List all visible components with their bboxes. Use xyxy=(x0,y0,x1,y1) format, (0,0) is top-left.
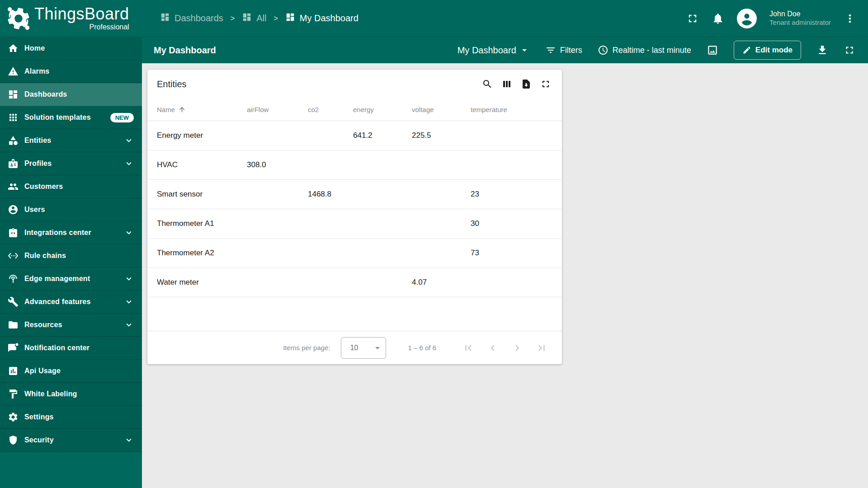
column-label: energy xyxy=(353,106,374,113)
sidebar-item-settings[interactable]: Settings xyxy=(0,406,142,429)
table-row-thermometer-a1[interactable]: Thermometer A130 xyxy=(147,209,562,239)
table-row-hvac[interactable]: HVAC308.0 xyxy=(147,150,562,180)
cell-voltage: 4.07 xyxy=(412,278,471,287)
sidebar-item-alarms[interactable]: Alarms xyxy=(0,60,142,83)
sidebar-item-solution-templates[interactable]: Solution templatesNEW xyxy=(0,106,142,129)
app-logo[interactable]: ThingsBoard Professional xyxy=(0,0,142,37)
fullscreen-icon[interactable] xyxy=(686,12,699,25)
breadcrumb-separator: > xyxy=(231,14,235,23)
table-row-thermometer-a2[interactable]: Thermometer A273 xyxy=(147,239,562,268)
warning-icon xyxy=(8,66,19,77)
cell-name: HVAC xyxy=(157,160,247,169)
sidebar-item-notification-center[interactable]: Notification center xyxy=(0,337,142,360)
sidebar-item-label: Customers xyxy=(24,183,63,191)
paint-icon xyxy=(8,389,19,399)
download-icon[interactable] xyxy=(816,44,828,56)
edit-mode-label: Edit mode xyxy=(755,46,793,55)
sidebar-item-entities[interactable]: Entities xyxy=(0,129,142,152)
cell-name: Thermometer A2 xyxy=(157,249,247,258)
sidebar-item-home[interactable]: Home xyxy=(0,37,142,60)
column-header-voltage[interactable]: voltage xyxy=(412,106,471,113)
timewindow-label: Realtime - last minute xyxy=(613,46,691,55)
breadcrumb-label: All xyxy=(256,13,266,23)
page-nav xyxy=(462,342,547,354)
page-size-value: 10 xyxy=(350,344,358,352)
edge-icon xyxy=(8,273,19,284)
table-row-smart-sensor[interactable]: Smart sensor1468.823 xyxy=(147,180,562,209)
dashboard-fullscreen-icon[interactable] xyxy=(844,44,855,56)
sidebar-item-dashboards[interactable]: Dashboards xyxy=(0,83,142,106)
timewindow-button[interactable]: Realtime - last minute xyxy=(598,45,691,56)
sidebar-item-integrations-center[interactable]: Integrations center xyxy=(0,221,142,244)
sidebar-item-api-usage[interactable]: Api Usage xyxy=(0,360,142,383)
user-role: Tenant administrator xyxy=(769,19,831,27)
more-menu-icon[interactable] xyxy=(844,12,856,25)
breadcrumb-label: My Dashboard xyxy=(300,13,359,23)
column-header-temperature[interactable]: temperature xyxy=(471,106,551,113)
chevron-down-icon xyxy=(124,159,134,169)
sidebar-item-profiles[interactable]: Profiles xyxy=(0,152,142,175)
column-header-energy[interactable]: energy xyxy=(353,106,412,113)
sidebar-item-customers[interactable]: Customers xyxy=(0,175,142,198)
integration-icon xyxy=(8,227,19,238)
dashboard-icon xyxy=(160,12,170,24)
chevron-down-icon xyxy=(519,45,530,56)
next-page-icon[interactable] xyxy=(511,342,523,354)
notifications-bell-icon[interactable] xyxy=(712,12,724,25)
sidebar-item-label: Entities xyxy=(24,136,51,145)
sidebar-item-label: Notification center xyxy=(24,344,90,352)
table-row-water-meter[interactable]: Water meter4.07 xyxy=(147,268,562,297)
items-per-page-label: Items per page: xyxy=(283,344,330,352)
sidebar-item-rule-chains[interactable]: Rule chains xyxy=(0,244,142,267)
column-label: voltage xyxy=(412,106,434,113)
sidebar-item-label: Dashboards xyxy=(24,90,67,99)
widget-header: Entities xyxy=(147,70,562,99)
columns-icon[interactable] xyxy=(501,79,512,89)
user-name: John Doe xyxy=(769,9,831,19)
tools-icon xyxy=(8,296,19,307)
column-header-airFlow[interactable]: airFlow xyxy=(247,106,308,113)
dashboard-image-icon[interactable] xyxy=(707,44,718,56)
cell-temperature: 73 xyxy=(471,249,551,258)
page-size-select[interactable]: 10 xyxy=(341,337,386,359)
toolbar-actions: My Dashboard Filters Realtime - last min… xyxy=(458,41,855,60)
edit-mode-button[interactable]: Edit mode xyxy=(734,41,801,60)
sidebar-item-edge-management[interactable]: Edge management xyxy=(0,267,142,291)
sidebar-item-security[interactable]: Security xyxy=(0,429,142,452)
first-page-icon[interactable] xyxy=(462,342,474,354)
cell-name: Energy meter xyxy=(157,131,247,140)
sidebar-item-white-labeling[interactable]: White Labeling xyxy=(0,383,142,406)
column-header-co2[interactable]: co2 xyxy=(308,106,353,113)
breadcrumb-item-all[interactable]: All xyxy=(242,12,266,24)
export-file-icon[interactable] xyxy=(521,79,532,89)
sidebar-item-resources[interactable]: Resources xyxy=(0,314,142,337)
filter-icon xyxy=(545,45,556,56)
sidebar-item-label: Alarms xyxy=(24,67,49,75)
sidebar-item-label: Security xyxy=(24,436,54,444)
notification-icon xyxy=(8,343,19,353)
avatar[interactable] xyxy=(737,9,757,28)
top-header-bar: ThingsBoard Professional Dashboards>All>… xyxy=(0,0,868,37)
cell-airFlow: 308.0 xyxy=(247,160,308,169)
sidebar: HomeAlarmsDashboardsSolution templatesNE… xyxy=(0,37,142,488)
filters-label: Filters xyxy=(560,46,582,55)
dashboard-toolbar: My Dashboard My Dashboard Filters Realti… xyxy=(142,37,868,63)
sidebar-item-advanced-features[interactable]: Advanced features xyxy=(0,291,142,314)
user-block[interactable]: John Doe Tenant administrator xyxy=(769,9,831,27)
chevron-down-icon xyxy=(124,320,134,330)
chevron-down-icon xyxy=(124,274,134,284)
table-row-energy-meter[interactable]: Energy meter641.2225.5 xyxy=(147,121,562,150)
breadcrumb-item-dashboards[interactable]: Dashboards xyxy=(160,12,223,24)
widget-fullscreen-icon[interactable] xyxy=(540,79,551,89)
filters-button[interactable]: Filters xyxy=(545,45,582,56)
sort-ascending-icon xyxy=(178,106,186,113)
cell-co2: 1468.8 xyxy=(308,190,353,199)
main-area: My Dashboard My Dashboard Filters Realti… xyxy=(142,37,868,488)
dashboard-state-selector[interactable]: My Dashboard xyxy=(458,45,530,56)
sidebar-item-users[interactable]: Users xyxy=(0,198,142,221)
last-page-icon[interactable] xyxy=(536,342,547,354)
cell-energy: 641.2 xyxy=(353,131,412,140)
column-header-name[interactable]: Name xyxy=(157,106,247,113)
previous-page-icon[interactable] xyxy=(487,342,499,354)
search-icon[interactable] xyxy=(482,79,493,89)
